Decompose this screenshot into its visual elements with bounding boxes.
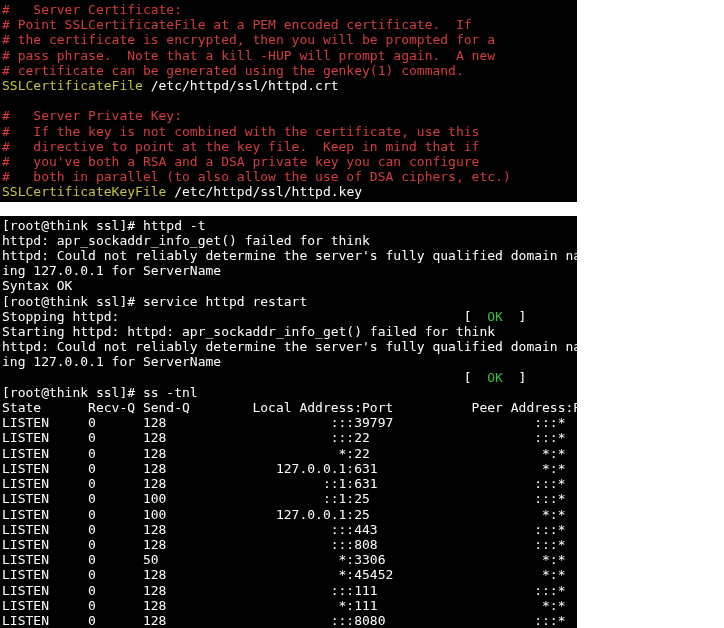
text-segment: Stopping httpd: [ (2, 309, 487, 324)
terminal-line: Starting httpd: httpd: apr_sockaddr_info… (2, 324, 577, 339)
terminal-line: LISTEN 0 128 :::39797 :::* (2, 415, 577, 430)
text-segment: LISTEN 0 128 127.0.0.1:631 *:* (2, 461, 577, 476)
text-segment: SSLCertificateFile (2, 78, 143, 93)
terminal-line: [ OK ] (2, 370, 577, 385)
text-segment: LISTEN 0 128 :::8080 :::* (2, 613, 577, 628)
terminal-line: # If the key is not combined with the ce… (2, 124, 577, 139)
text-segment: # both in parallel (to also allow the us… (2, 169, 511, 184)
text-segment: Starting httpd: httpd: apr_sockaddr_info… (2, 324, 495, 339)
text-segment: LISTEN 0 128 :::111 :::* (2, 583, 577, 598)
text-segment (2, 93, 10, 108)
text-segment: # certificate can be generated using the… (2, 63, 464, 78)
terminal-line: LISTEN 0 100 127.0.0.1:25 *:* (2, 507, 577, 522)
text-segment: httpd: apr_sockaddr_info_get() failed fo… (2, 233, 370, 248)
terminal-line: LISTEN 0 128 :::22 :::* (2, 430, 577, 445)
terminal-line: httpd: Could not reliably determine the … (2, 339, 577, 354)
text-segment: # Server Private Key: (2, 108, 182, 123)
terminal-line: Syntax OK (2, 278, 577, 293)
text-segment: Syntax OK (2, 278, 72, 293)
text-segment: OK (487, 370, 503, 385)
terminal-line: LISTEN 0 128 :::8080 :::* (2, 613, 577, 628)
text-segment: /etc/httpd/ssl/httpd.crt (143, 78, 339, 93)
text-segment: LISTEN 0 128 :::808 :::* (2, 537, 577, 552)
terminal-line: LISTEN 0 128 127.0.0.1:631 *:* (2, 461, 577, 476)
text-segment: State Recv-Q Send-Q Local Address:Port P… (2, 400, 577, 415)
text-segment: LISTEN 0 128 *:111 *:* (2, 598, 577, 613)
terminal-line: # certificate can be generated using the… (2, 63, 577, 78)
terminal-line: LISTEN 0 128 :::808 :::* (2, 537, 577, 552)
text-segment: LISTEN 0 50 *:3306 *:* (2, 552, 577, 567)
text-segment: OK (487, 309, 503, 324)
terminal-line: LISTEN 0 128 *:45452 *:* (2, 567, 577, 582)
text-segment: # directive to point at the key file. Ke… (2, 139, 479, 154)
terminal-line: httpd: Could not reliably determine the … (2, 248, 577, 263)
terminal-line: # Server Certificate: (2, 2, 577, 17)
terminal-line: # both in parallel (to also allow the us… (2, 169, 577, 184)
text-segment: httpd: Could not reliably determine the … (2, 339, 577, 354)
text-segment: # pass phrase. Note that a kill -HUP wil… (2, 48, 495, 63)
text-segment: httpd: Could not reliably determine the … (2, 248, 577, 263)
terminal-line: [root@think ssl]# httpd -t (2, 218, 577, 233)
text-segment: # If the key is not combined with the ce… (2, 124, 479, 139)
terminal-line: LISTEN 0 100 ::1:25 :::* (2, 491, 577, 506)
terminal-line: LISTEN 0 128 :::443 :::* (2, 522, 577, 537)
text-segment: ] (503, 370, 526, 385)
terminal-line: # Server Private Key: (2, 108, 577, 123)
text-segment: LISTEN 0 128 *:22 *:* (2, 446, 577, 461)
terminal-line: ing 127.0.0.1 for ServerName (2, 354, 577, 369)
terminal-line: LISTEN 0 128 *:22 *:* (2, 446, 577, 461)
terminal-line (2, 93, 577, 108)
terminal-line: # Point SSLCertificateFile at a PEM enco… (2, 17, 577, 32)
text-segment: ] (503, 309, 526, 324)
terminal-line: LISTEN 0 128 *:111 *:* (2, 598, 577, 613)
text-segment: [root@think ssl]# service httpd restart (2, 294, 307, 309)
text-segment: LISTEN 0 128 :::39797 :::* (2, 415, 577, 430)
text-segment: ing 127.0.0.1 for ServerName (2, 263, 221, 278)
terminal-line: # the certificate is encrypted, then you… (2, 32, 577, 47)
text-segment: SSLCertificateKeyFile (2, 184, 166, 199)
text-segment: LISTEN 0 100 ::1:25 :::* (2, 491, 577, 506)
text-segment: ing 127.0.0.1 for ServerName (2, 354, 221, 369)
text-segment: [root@think ssl]# ss -tnl (2, 385, 198, 400)
text-segment: # the certificate is encrypted, then you… (2, 32, 495, 47)
terminal-line: State Recv-Q Send-Q Local Address:Port P… (2, 400, 577, 415)
text-segment: [root@think ssl]# httpd -t (2, 218, 206, 233)
terminal-line: SSLCertificateFile /etc/httpd/ssl/httpd.… (2, 78, 577, 93)
terminal-line: Stopping httpd: [ OK ] (2, 309, 577, 324)
text-segment: # Point SSLCertificateFile at a PEM enco… (2, 17, 472, 32)
text-segment: LISTEN 0 128 *:45452 *:* (2, 567, 577, 582)
text-segment: LISTEN 0 128 ::1:631 :::* (2, 476, 577, 491)
text-segment: [ (2, 370, 487, 385)
config-file-view: # Server Certificate:# Point SSLCertific… (0, 0, 577, 202)
text-segment: LISTEN 0 100 127.0.0.1:25 *:* (2, 507, 577, 522)
terminal-line: # you've both a RSA and a DSA private ke… (2, 154, 577, 169)
terminal-line: ing 127.0.0.1 for ServerName (2, 263, 577, 278)
terminal-line: LISTEN 0 50 *:3306 *:* (2, 552, 577, 567)
terminal-line: [root@think ssl]# ss -tnl (2, 385, 577, 400)
terminal-line: [root@think ssl]# service httpd restart (2, 294, 577, 309)
text-segment: LISTEN 0 128 :::22 :::* (2, 430, 577, 445)
text-segment: # Server Certificate: (2, 2, 182, 17)
terminal-line: LISTEN 0 128 ::1:631 :::* (2, 476, 577, 491)
terminal-output: [root@think ssl]# httpd -thttpd: apr_soc… (0, 216, 577, 628)
text-segment: LISTEN 0 128 :::443 :::* (2, 522, 577, 537)
terminal-line: # pass phrase. Note that a kill -HUP wil… (2, 48, 577, 63)
text-segment: /etc/httpd/ssl/httpd.key (166, 184, 362, 199)
terminal-line: LISTEN 0 128 :::111 :::* (2, 583, 577, 598)
text-segment: # you've both a RSA and a DSA private ke… (2, 154, 479, 169)
terminal-line: SSLCertificateKeyFile /etc/httpd/ssl/htt… (2, 184, 577, 199)
terminal-line: httpd: apr_sockaddr_info_get() failed fo… (2, 233, 577, 248)
terminal-line: # directive to point at the key file. Ke… (2, 139, 577, 154)
separator (0, 202, 724, 216)
